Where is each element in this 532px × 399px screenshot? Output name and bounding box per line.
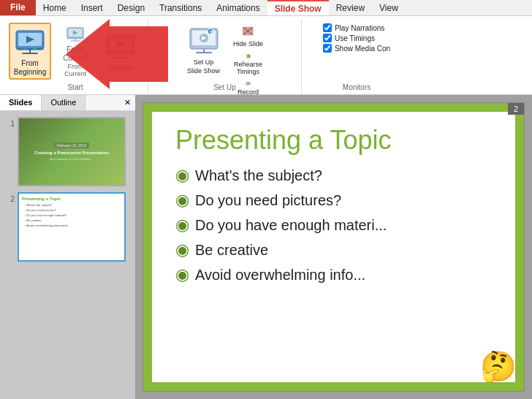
slide2-bullet-3: Do you have enough material? [22, 213, 121, 217]
slide-main-title: Presenting a Topic [175, 125, 499, 156]
bullet-dot: ◉ [175, 216, 189, 235]
slide2-bullet-5: Avoid overwhelming information [22, 224, 121, 227]
slides-list: 1 February 22, 2012 Creating a Powerpoin… [0, 111, 135, 399]
ribbon-section-setup: ⚙ Set Up Slide Show Hide Slide [148, 19, 302, 94]
menu-slide-show[interactable]: Slide Show [267, 0, 329, 15]
slide-number-badge: 2 [508, 103, 524, 115]
slide2-title-thumb: Presenting a Topic [22, 197, 121, 201]
main-area: Slides Outline ✕ 1 February 22, 2012 Cre… [0, 95, 532, 399]
slide1-date: February 22, 2012 [54, 142, 90, 148]
tab-outline[interactable]: Outline [42, 95, 86, 110]
ribbon-section-monitors: Play Narrations Use Timings Show Media C… [302, 19, 411, 94]
bullet-dot: ◉ [175, 265, 189, 284]
play-narrations-check[interactable]: Play Narrations [323, 23, 390, 32]
set-up-slide-show-button[interactable]: ⚙ Set Up Slide Show [181, 22, 227, 79]
from-beginning-button[interactable]: From Beginning [9, 23, 51, 80]
slide-bullet-4: ◉ Be creative [175, 242, 499, 259]
slide-number-2: 2 [4, 192, 15, 203]
from-beginning-icon [15, 26, 45, 57]
set-up-slide-show-icon: ⚙ [189, 26, 219, 56]
hide-slide-icon [240, 26, 257, 39]
slide-bullet-5: ◉ Avoid overwhelming info... [175, 267, 499, 284]
slide-bullet-2: ◉ Do you need pictures? [175, 192, 499, 210]
from-current-button[interactable]: From Current FromCurrent [54, 23, 96, 80]
slide-number-1: 1 [4, 117, 15, 128]
slide2-bullet-2: Do you need pictures? [22, 208, 121, 212]
hide-slide-button[interactable]: Hide Slide [228, 23, 269, 50]
menu-bar: File Home Insert Design Transitions Anim… [0, 0, 532, 16]
slide-content: Presenting a Topic ◉ What's the subject?… [161, 118, 506, 299]
bullet-dot: ◉ [175, 191, 189, 210]
slide-canvas: 2 Presenting a Topic ◉ What's the subjec… [135, 95, 532, 399]
monitors-section-label: Monitors [302, 83, 411, 91]
svg-rect-8 [22, 53, 38, 54]
tab-slides[interactable]: Slides [0, 95, 42, 110]
svg-rect-18 [113, 57, 129, 58]
file-menu[interactable]: File [0, 0, 36, 15]
bullet-dot: ◉ [175, 240, 189, 259]
menu-transitions[interactable]: Transitions [152, 0, 209, 15]
custom-icon [105, 31, 136, 61]
ribbon: From Beginning From Current FromCurrent [0, 16, 532, 95]
use-timings-check[interactable]: Use Timings [323, 34, 390, 42]
slides-panel: Slides Outline ✕ 1 February 22, 2012 Cre… [0, 95, 135, 399]
list-item: 2 Presenting a Topic What's the subject?… [4, 192, 131, 262]
setup-section-label: Set Up [148, 83, 301, 91]
svg-rect-6 [37, 48, 42, 50]
svg-rect-24 [196, 52, 212, 53]
svg-point-33 [248, 56, 248, 57]
rehearse-timings-icon [240, 53, 257, 59]
slide2-bullet-4: Be creative [22, 218, 121, 222]
emoji-overlay: 🤔 [480, 349, 517, 384]
menu-home[interactable]: Home [36, 0, 74, 15]
menu-animations[interactable]: Animations [209, 0, 267, 15]
menu-insert[interactable]: Insert [74, 0, 110, 15]
from-current-icon [60, 25, 91, 43]
slide-thumbnail-1[interactable]: February 22, 2012 Creating a Powerpoint … [18, 117, 126, 186]
slide-bullet-3: ◉ Do you have enough materi... [175, 217, 499, 235]
slide1-title: Creating a Powerpoint Presentation [34, 151, 109, 156]
svg-rect-5 [27, 48, 33, 50]
slide1-subtitle: A presentation is more effective... [50, 157, 93, 161]
panel-close-button[interactable]: ✕ [120, 95, 135, 110]
svg-rect-13 [70, 40, 80, 41]
slide-thumbnail-2[interactable]: Presenting a Topic What's the subject? D… [18, 192, 126, 262]
menu-view[interactable]: View [372, 0, 406, 15]
main-slide: 2 Presenting a Topic ◉ What's the subjec… [142, 102, 525, 392]
show-media-con-check[interactable]: Show Media Con [323, 44, 390, 53]
start-section-label: Start [3, 83, 148, 91]
slides-tabs: Slides Outline ✕ [0, 95, 135, 111]
bullet-dot: ◉ [175, 166, 189, 185]
list-item: 1 February 22, 2012 Creating a Powerpoin… [4, 117, 131, 186]
menu-design[interactable]: Design [110, 0, 152, 15]
svg-rect-4 [18, 48, 23, 50]
rehearse-timings-button[interactable]: Rehearse Timings [228, 51, 269, 77]
slide-bullet-1: ◉ What's the subject? [175, 167, 499, 185]
ribbon-section-start: From Beginning From Current FromCurrent [3, 19, 148, 94]
slide2-bullet-1: What's the subject? [22, 203, 121, 207]
custom-button[interactable]: Custom [99, 23, 142, 80]
menu-review[interactable]: Review [329, 0, 372, 15]
